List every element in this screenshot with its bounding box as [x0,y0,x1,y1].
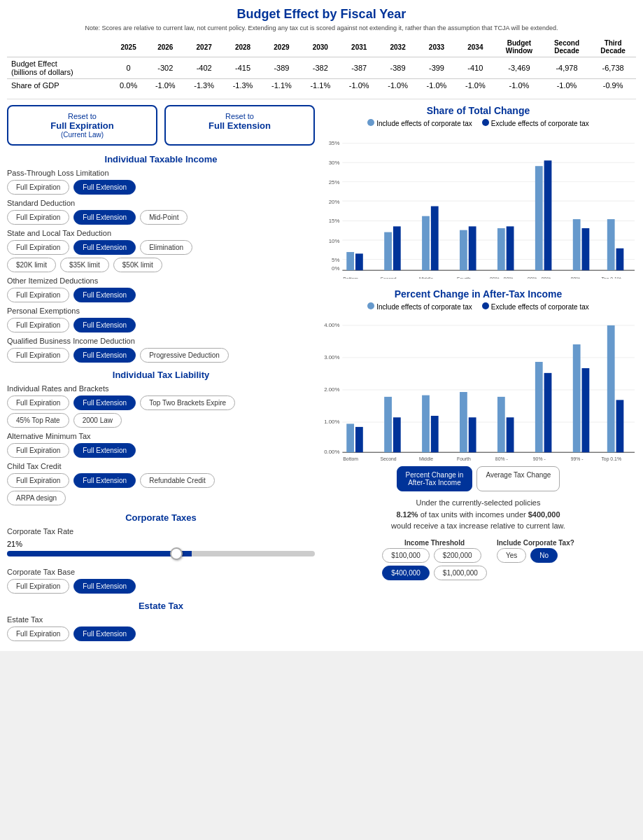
svg-text:Top 0.1%: Top 0.1% [601,456,621,462]
svg-rect-70 [616,400,624,452]
other-extension[interactable]: Full Extension [73,288,136,302]
corp-yes[interactable]: Yes [497,548,526,563]
estate-expiration[interactable]: Full Expiration [7,626,69,641]
year-col-2032: 2032 [379,37,417,57]
ctc-refundable[interactable]: Refundable Credit [140,473,215,488]
amt-row: Full Expiration Full Extension [7,443,315,458]
threshold-1m[interactable]: $1,000,000 [434,566,487,580]
corporate-rate-slider-section: 21% [7,540,315,564]
year-col-2034: 2034 [456,37,495,57]
ctc-expiration[interactable]: Full Expiration [7,473,69,488]
year-col-2028: 2028 [223,37,262,57]
summary-highlight: 8.12% [396,510,418,519]
summary-line1: Under the currently-selected policies [416,498,541,507]
svg-text:Second: Second [380,276,396,279]
salt-row2: $20K limit $35K limit $50K limit [7,258,315,272]
threshold-200k[interactable]: $200,000 [434,548,481,563]
svg-rect-29 [582,228,590,270]
qbi-expiration[interactable]: Full Expiration [7,348,69,363]
svg-rect-61 [460,392,467,452]
corporate-tax-row: Yes No [497,548,574,563]
salt-35k[interactable]: $35K limit [60,258,109,272]
col-budget-window: BudgetWindow [495,37,544,57]
svg-rect-59 [422,396,430,453]
year-col-2030: 2030 [301,37,339,57]
slider-value: 21% [7,540,315,548]
svg-rect-66 [544,373,552,452]
subsection-amt: Alternative Minimum Tax [7,432,315,440]
salt-50k[interactable]: $50K limit [113,258,162,272]
slider-track[interactable] [7,551,315,556]
corporate-tax-group: Include Corporate Tax? Yes No [497,539,574,580]
rates-extension[interactable]: Full Extension [73,396,136,410]
corp-expiration[interactable]: Full Expiration [7,579,69,594]
subsection-rates-brackets: Individual Rates and Brackets [7,384,315,393]
rates-2000law[interactable]: 2000 Law [73,413,122,428]
svg-rect-24 [497,228,505,270]
svg-text:5%: 5% [332,257,339,263]
chart-toggle: Percent Change inAfter-Tax Income Averag… [320,466,636,491]
chart2-area: 4.00% 3.00% 2.00% 1.00% 0.00% [320,315,636,462]
amt-extension[interactable]: Full Extension [73,443,136,458]
rates-45pct[interactable]: 45% Top Rate [7,413,69,428]
qbi-progressive[interactable]: Progressive Deduction [140,348,229,363]
reset-extension-button[interactable]: Reset to Full Extension [164,105,315,146]
pe-extension[interactable]: Full Extension [73,318,136,332]
qbi-extension[interactable]: Full Extension [73,348,136,363]
chart1-svg: 35% 30% 25% 20% 15% 10% 5% 0% [320,132,636,279]
summary-line3: would receive a tax increase relative to… [391,522,565,530]
income-threshold-label: Income Threshold [382,539,487,547]
svg-text:10%: 10% [329,238,340,244]
svg-text:99% -: 99% - [571,276,584,279]
summary-line2: of tax units with incomes under [421,510,528,519]
std-extension[interactable]: Full Extension [73,210,136,225]
pe-expiration[interactable]: Full Expiration [7,318,69,332]
threshold-400k[interactable]: $400,000 [382,566,430,580]
year-col-2031: 2031 [340,37,379,57]
year-col-2033: 2033 [417,37,455,57]
other-expiration[interactable]: Full Expiration [7,288,69,302]
reset-ext-line1: Reset to [171,112,308,120]
toggle-percent-change[interactable]: Percent Change inAfter-Tax Income [397,466,473,491]
subsection-estate-tax: Estate Tax [7,615,315,624]
svg-text:80% - 90%: 80% - 90% [490,276,514,279]
svg-rect-16 [346,252,354,270]
svg-rect-55 [346,424,354,452]
svg-rect-60 [431,416,439,452]
salt-20k[interactable]: $20K limit [7,258,56,272]
rates-expiration[interactable]: Full Expiration [7,396,69,410]
svg-text:99% -: 99% - [571,456,584,461]
svg-rect-31 [616,248,624,270]
estate-extension[interactable]: Full Extension [73,626,136,641]
slider-thumb[interactable] [170,547,183,560]
chart2-legend-include: Include effects of corporate tax [376,303,472,311]
std-expiration[interactable]: Full Expiration [7,210,69,225]
subsection-corporate-base: Corporate Tax Base [7,568,315,576]
svg-rect-21 [431,206,439,271]
legend2-dark-dot [482,302,489,309]
svg-rect-30 [607,219,615,270]
svg-text:Middle: Middle [419,276,433,279]
salt-extension[interactable]: Full Extension [73,240,136,255]
svg-rect-67 [573,344,581,452]
svg-rect-26 [535,166,543,270]
threshold-100k[interactable]: $100,000 [382,548,430,563]
pass-through-expiration[interactable]: Full Expiration [7,180,69,195]
svg-text:4.00%: 4.00% [324,322,339,328]
std-midpoint[interactable]: Mid-Point [140,210,188,225]
corp-no[interactable]: No [530,548,558,563]
reset-expiration-button[interactable]: Reset to Full Expiration (Current Law) [7,105,157,146]
pass-through-extension[interactable]: Full Extension [73,180,136,195]
toggle-average-tax[interactable]: Average Tax Change [476,466,560,491]
svg-text:90% - 99%: 90% - 99% [528,276,551,279]
rates-top-two[interactable]: Top Two Brackets Expire [140,396,235,410]
chart1-area: 35% 30% 25% 20% 15% 10% 5% 0% [320,132,636,279]
ctc-arpa[interactable]: ARPA design [7,491,66,505]
salt-expiration[interactable]: Full Expiration [7,240,69,255]
rates-row2: 45% Top Rate 2000 Law [7,413,315,428]
amt-expiration[interactable]: Full Expiration [7,443,69,458]
col-second-decade: SecondDecade [544,37,591,57]
corp-extension[interactable]: Full Extension [73,579,136,594]
salt-elimination[interactable]: Elimination [140,240,192,255]
ctc-extension[interactable]: Full Extension [73,473,136,488]
